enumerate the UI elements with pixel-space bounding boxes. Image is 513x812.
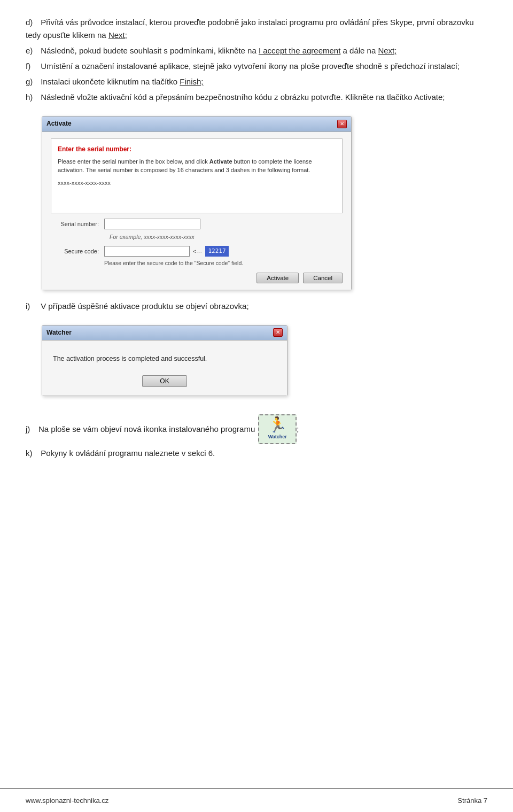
label-g: g) bbox=[26, 75, 38, 88]
page-content: d) Přivítá vás průvodce instalací, ktero… bbox=[0, 0, 513, 505]
list-item-e: e) Následně, pokud budete souhlasit s po… bbox=[26, 44, 487, 57]
watcher-program-icon: 🏃 Watcher bbox=[258, 414, 297, 444]
activate-inner: Enter the serial number: Please enter th… bbox=[51, 138, 343, 213]
label-k: k) bbox=[26, 447, 38, 460]
serial-number-row: Serial number: bbox=[51, 219, 343, 229]
activate-dialog: Activate ✕ Enter the serial number: Plea… bbox=[42, 116, 352, 290]
activate-desc: Please enter the serial number in the bo… bbox=[58, 157, 336, 175]
watcher-title: Watcher bbox=[46, 328, 72, 338]
main-text: d) Přivítá vás průvodce instalací, ktero… bbox=[26, 16, 487, 460]
watcher-button-row: OK bbox=[53, 375, 276, 387]
list-item-k: k) Pokyny k ovládání programu naleznete … bbox=[26, 447, 487, 460]
activate-desc1: Please enter the serial number in the bo… bbox=[58, 158, 209, 165]
list-item-i: i) V případě úspěšné aktivace produktu s… bbox=[26, 300, 487, 313]
serial-hint-row: For example, xxxx-xxxx-xxxx-xxxx bbox=[104, 233, 343, 242]
list-item-j: j) Na ploše se vám objeví nová ikonka in… bbox=[26, 414, 487, 444]
watcher-titlebar: Watcher ✕ bbox=[42, 326, 287, 341]
list-item-d: d) Přivítá vás průvodce instalací, ktero… bbox=[26, 16, 487, 42]
activate-titlebar: Activate ✕ bbox=[42, 117, 351, 132]
secure-code-label: Secure code: bbox=[51, 246, 99, 256]
serial-number-label: Serial number: bbox=[51, 219, 99, 229]
activate-title: Activate bbox=[46, 119, 72, 129]
label-j: j) bbox=[26, 423, 38, 436]
label-f: f) bbox=[26, 60, 38, 73]
page-footer: www.spionazni-technika.cz Stránka 7 bbox=[0, 788, 513, 812]
text-e: Následně, pokud budete souhlasit s podmí… bbox=[41, 46, 397, 55]
watcher-dialog-wrapper: Watcher ✕ The activation process is comp… bbox=[42, 325, 287, 396]
label-d: d) bbox=[26, 16, 38, 29]
footer-website: www.spionazni-technika.cz bbox=[26, 796, 108, 805]
text-d: Přivítá vás průvodce instalací, kterou p… bbox=[26, 18, 474, 40]
text-g: Instalaci ukončete kliknutím na tlačítko… bbox=[41, 77, 203, 86]
secure-hint: Please enter the secure code to the "Sec… bbox=[104, 259, 343, 268]
text-i: V případě úspěšné aktivace produktu se o… bbox=[41, 301, 248, 311]
link-next-e: Next; bbox=[378, 46, 397, 55]
link-i-accept: I accept the agreement bbox=[259, 46, 340, 55]
text-k: Pokyny k ovládání programu naleznete v s… bbox=[41, 448, 215, 458]
serial-hint: For example, xxxx-xxxx-xxxx-xxxx bbox=[110, 233, 195, 242]
secure-code-row: Secure code: <--- 12217 bbox=[51, 246, 343, 257]
secure-code-value: 12217 bbox=[205, 246, 228, 257]
label-e: e) bbox=[26, 44, 38, 57]
secure-arrow: <--- bbox=[193, 246, 202, 256]
text-f: Umístění a označení instalované aplikace… bbox=[41, 61, 460, 71]
activate-close-button[interactable]: ✕ bbox=[337, 120, 347, 128]
text-h: Následně vložte aktivační kód a přepsání… bbox=[41, 92, 445, 102]
activate-button[interactable]: Activate bbox=[256, 273, 299, 283]
list-item-g: g) Instalaci ukončete kliknutím na tlačí… bbox=[26, 75, 487, 88]
label-i: i) bbox=[26, 300, 38, 313]
text-j-after: ; bbox=[297, 423, 299, 436]
watcher-close-button[interactable]: ✕ bbox=[273, 328, 283, 337]
link-next-d: Next; bbox=[108, 30, 127, 40]
watcher-figure-icon: 🏃 bbox=[268, 417, 287, 432]
watcher-dialog: Watcher ✕ The activation process is comp… bbox=[42, 325, 287, 396]
label-h: h) bbox=[26, 91, 38, 104]
text-j-before: Na ploše se vám objeví nová ikonka insta… bbox=[38, 423, 255, 436]
watcher-message: The activation process is completed and … bbox=[53, 353, 276, 365]
activate-button-row: Activate Cancel bbox=[51, 273, 343, 283]
cancel-button[interactable]: Cancel bbox=[303, 273, 343, 283]
watcher-icon-inner: 🏃 Watcher bbox=[261, 417, 293, 441]
list-item-h: h) Následně vložte aktivační kód a přeps… bbox=[26, 91, 487, 104]
instruction-list-2: i) V případě úspěšné aktivace produktu s… bbox=[26, 300, 487, 313]
activate-desc-bold: Activate bbox=[209, 158, 232, 165]
footer-page-number: Stránka 7 bbox=[457, 796, 487, 805]
serial-format-text: xxxx-xxxx-xxxx-xxxx bbox=[58, 178, 336, 188]
activate-dialog-wrapper: Activate ✕ Enter the serial number: Plea… bbox=[42, 116, 352, 290]
link-finish: Finish; bbox=[180, 77, 203, 86]
ok-button[interactable]: OK bbox=[142, 375, 186, 387]
activate-red-label: Enter the serial number: bbox=[58, 144, 336, 155]
secure-code-input[interactable] bbox=[104, 246, 190, 257]
instruction-list: d) Přivítá vás průvodce instalací, ktero… bbox=[26, 16, 487, 104]
serial-number-input[interactable] bbox=[104, 219, 200, 229]
watcher-icon-label: Watcher bbox=[268, 433, 287, 440]
list-item-f: f) Umístění a označení instalované aplik… bbox=[26, 60, 487, 73]
instruction-list-3: j) Na ploše se vám objeví nová ikonka in… bbox=[26, 414, 487, 460]
activate-body: Enter the serial number: Please enter th… bbox=[42, 132, 351, 290]
watcher-body: The activation process is completed and … bbox=[42, 341, 287, 396]
